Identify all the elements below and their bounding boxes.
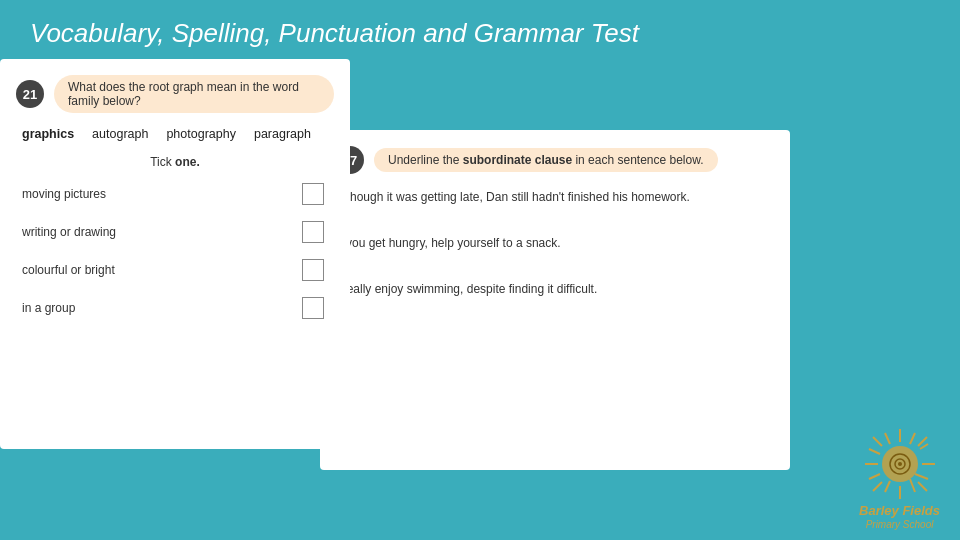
- svg-line-12: [869, 474, 880, 479]
- answer-label-3: colourful or bright: [22, 263, 115, 277]
- answer-row-3: colourful or bright: [16, 259, 334, 281]
- question-27-card: 27 Underline the subordinate clause in e…: [320, 130, 790, 470]
- svg-line-15: [920, 444, 928, 449]
- svg-point-19: [898, 462, 902, 466]
- svg-line-10: [885, 433, 890, 444]
- word-option-3: photography: [166, 127, 236, 141]
- answer-row-4: in a group: [16, 297, 334, 319]
- svg-line-13: [885, 481, 890, 492]
- question-21-text: What does the root graph mean in the wor…: [54, 75, 334, 113]
- answer-label-1: moving pictures: [22, 187, 106, 201]
- sentence-3: I really enjoy swimming, despite finding…: [336, 280, 774, 298]
- logo-name: Barley Fields: [859, 503, 940, 519]
- question-21-number: 21: [16, 80, 44, 108]
- answer-checkbox-2[interactable]: [302, 221, 324, 243]
- answer-checkbox-3[interactable]: [302, 259, 324, 281]
- tick-one-instruction: Tick one.: [16, 155, 334, 169]
- sentence-2: If you get hungry, help yourself to a sn…: [336, 234, 774, 252]
- svg-line-7: [873, 482, 882, 491]
- answer-label-2: writing or drawing: [22, 225, 116, 239]
- question-27-text: Underline the subordinate clause in each…: [374, 148, 718, 172]
- svg-line-8: [869, 449, 880, 454]
- page-title: Vocabulary, Spelling, Punctuation and Gr…: [0, 0, 960, 59]
- word-option-1: graphics: [22, 127, 74, 141]
- svg-line-4: [873, 437, 882, 446]
- answer-checkbox-4[interactable]: [302, 297, 324, 319]
- question-21-header: 21 What does the root graph mean in the …: [16, 75, 334, 113]
- sun-icon: [860, 424, 940, 504]
- question-27-header: 27 Underline the subordinate clause in e…: [336, 146, 774, 174]
- word-option-4: paragraph: [254, 127, 311, 141]
- answer-label-4: in a group: [22, 301, 75, 315]
- sentence-1: Although it was getting late, Dan still …: [336, 188, 774, 206]
- logo-sub: Primary School: [859, 519, 940, 530]
- svg-line-9: [915, 474, 928, 479]
- question-21-card: 21 What does the root graph mean in the …: [0, 59, 350, 449]
- answer-row-2: writing or drawing: [16, 221, 334, 243]
- answer-checkbox-1[interactable]: [302, 183, 324, 205]
- svg-line-14: [910, 433, 915, 444]
- svg-line-11: [910, 479, 915, 492]
- word-option-2: autograph: [92, 127, 148, 141]
- answer-row-1: moving pictures: [16, 183, 334, 205]
- school-logo: Barley Fields Primary School: [859, 424, 940, 530]
- word-options: graphics autograph photography paragraph: [16, 127, 334, 141]
- svg-line-5: [918, 482, 927, 491]
